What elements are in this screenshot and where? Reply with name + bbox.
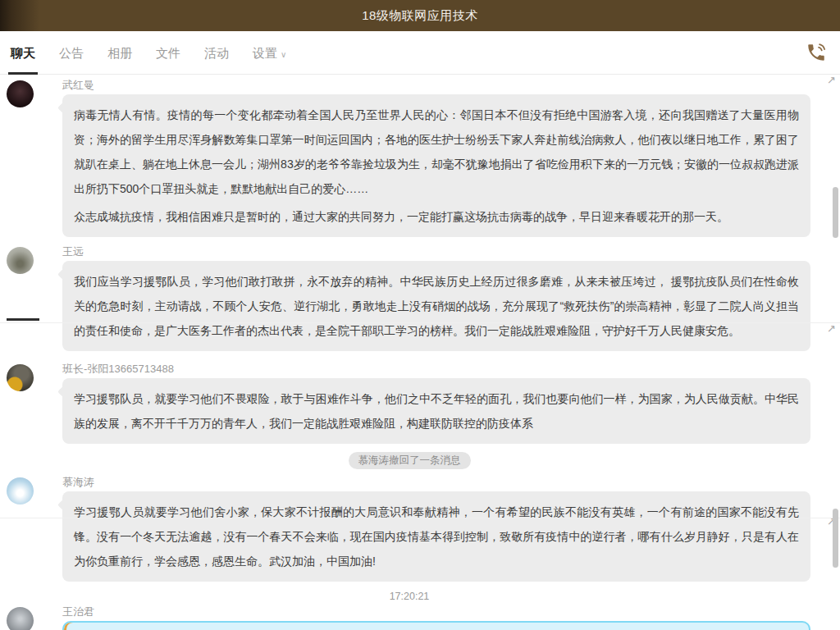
- avatar[interactable]: [7, 477, 34, 504]
- message-list: 武红曼 病毒无情人有情。疫情的每一个变化都牵动着全国人民乃至世界人民的心：邻国日…: [0, 75, 840, 630]
- tab-chat[interactable]: 聊天: [8, 31, 38, 75]
- timestamp: 17:20:21: [7, 589, 812, 604]
- avatar[interactable]: [7, 607, 34, 630]
- stitch-divider: [0, 322, 840, 323]
- sender-name: 慕海涛: [62, 476, 812, 489]
- scrollbar-thumb[interactable]: [833, 187, 838, 238]
- group-title: 18级物联网应用技术: [362, 8, 478, 24]
- message-text: 众志成城抗疫情，我相信困难只是暂时的，通过大家的共同努力，一定能打赢这场抗击病毒…: [74, 204, 799, 229]
- sender-name: 班长-张阳13665713488: [62, 363, 812, 376]
- message-text: 病毒无情人有情。疫情的每一个变化都牵动着全国人民乃至世界人民的心：邻国日本不但没…: [74, 103, 799, 201]
- tab-announcements[interactable]: 公告: [57, 31, 86, 75]
- message-bubble[interactable]: 我们应当学习援鄂队员，学习他们敢打敢拼，永不放弃的精神。中华民族历史上经历过很多…: [62, 261, 810, 351]
- message-bubble[interactable]: 学习援鄂队员，就要学习他们不畏艰险，敢于与困难作斗争，他们之中不乏年轻的面孔，我…: [62, 378, 810, 444]
- message-muhaitao: 慕海涛 学习援鄂人员就要学习他们舍小家，保大家不计报酬的大局意识和奉献精神，一个…: [7, 476, 812, 582]
- chevron-down-icon: ∨: [281, 50, 286, 59]
- phone-call-icon[interactable]: [804, 40, 829, 65]
- tab-activity[interactable]: 活动: [202, 31, 231, 75]
- recall-notice: 慕海涛撤回了一条消息: [349, 452, 471, 469]
- tab-settings-label: 设置: [253, 46, 277, 60]
- tab-bar: 聊天 公告 相册 文件 活动 设置∨: [0, 31, 840, 75]
- stitch-divider: [0, 518, 840, 518]
- message-bubble-highlighted[interactable]: 学习援鄂队员，就要学习他们迎难而上、舍生忘死的无畏勇气和坚定信心。疫情蔓延，在很…: [62, 621, 810, 630]
- message-bubble[interactable]: 病毒无情人有情。疫情的每一个变化都牵动着全国人民乃至世界人民的心：邻国日本不但没…: [62, 94, 810, 237]
- jump-arrow-icon[interactable]: ↗: [827, 324, 836, 334]
- message-wangyuan: 王远 我们应当学习援鄂队员，学习他们敢打敢拼，永不放弃的精神。中华民族历史上经历…: [7, 245, 812, 351]
- sender-name: 王远: [62, 245, 812, 258]
- message-banzhang: 班长-张阳13665713488 学习援鄂队员，就要学习他们不畏艰险，敢于与困难…: [7, 363, 812, 444]
- tab-underline-artifact: [7, 318, 39, 321]
- avatar[interactable]: [7, 247, 34, 274]
- jump-arrow-icon[interactable]: ↗: [827, 75, 836, 85]
- tab-files[interactable]: 文件: [153, 31, 183, 75]
- scrollbar-thumb[interactable]: [833, 509, 838, 568]
- message-text: 学习援鄂人员就要学习他们舍小家，保大家不计报酬的大局意识和奉献精神，一个有希望的…: [74, 500, 799, 573]
- message-bubble[interactable]: 学习援鄂人员就要学习他们舍小家，保大家不计报酬的大局意识和奉献精神，一个有希望的…: [62, 491, 810, 582]
- avatar[interactable]: [7, 364, 34, 391]
- tab-album[interactable]: 相册: [105, 31, 135, 75]
- recall-notice-row: 慕海涛撤回了一条消息: [7, 452, 812, 469]
- tab-settings[interactable]: 设置∨: [250, 31, 289, 75]
- avatar[interactable]: [7, 80, 34, 107]
- message-text: 我们应当学习援鄂队员，学习他们敢打敢拼，永不放弃的精神。中华民族历史上经历过很多…: [74, 269, 799, 343]
- sender-name: 王治君: [62, 605, 812, 619]
- message-wangzhijun: 王治君 学习援鄂队员，就要学习他们迎难而上、舍生忘死的无畏勇气和坚定信心。疫情蔓…: [7, 605, 812, 630]
- message-text: 学习援鄂队员，就要学习他们不畏艰险，敢于与困难作斗争，他们之中不乏年轻的面孔，我…: [74, 386, 799, 436]
- chat-window: 18级物联网应用技术 聊天 公告 相册 文件 活动 设置∨ 武红曼 病毒无情人有…: [0, 0, 840, 630]
- title-bar: 18级物联网应用技术: [0, 0, 840, 31]
- sender-name: 武红曼: [62, 79, 812, 92]
- message-wuhongman: 武红曼 病毒无情人有情。疫情的每一个变化都牵动着全国人民乃至世界人民的心：邻国日…: [7, 79, 812, 237]
